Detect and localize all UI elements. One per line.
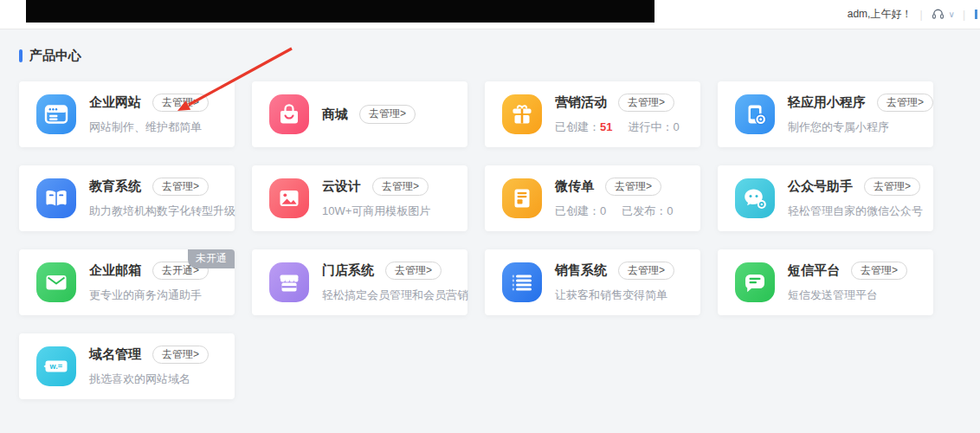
- card-cloud-design[interactable]: 云设计 去管理> 10W+可商用模板图片: [252, 165, 467, 231]
- manage-button[interactable]: 去管理>: [152, 346, 209, 364]
- product-subtitle: 网站制作、维护都简单: [89, 120, 209, 135]
- not-activated-badge: 未开通: [188, 249, 235, 268]
- product-title: 门店系统: [322, 262, 374, 279]
- product-card-grid: 企业网站 去管理> 网站制作、维护都简单 商城 去管理>: [19, 81, 933, 399]
- section-marker: [19, 49, 23, 62]
- manage-button[interactable]: 去管理>: [605, 178, 661, 196]
- product-subtitle: 轻松搞定会员管理和会员营销: [322, 288, 467, 303]
- storefront-icon: [269, 262, 309, 302]
- manage-button[interactable]: 去管理>: [152, 94, 209, 112]
- published-count: 0: [667, 204, 673, 217]
- product-title: 企业网站: [89, 94, 141, 111]
- topbar-divider: |: [919, 9, 922, 21]
- product-stats: 已创建：0已发布：0: [555, 204, 673, 219]
- domain-tag-icon: w.=: [36, 346, 76, 386]
- mini-program-phone-icon: [735, 94, 775, 134]
- manage-button[interactable]: 去管理>: [851, 262, 907, 280]
- clipped-text-fragment: [975, 10, 977, 19]
- card-micro-flyer[interactable]: 微传单 去管理> 已创建：0已发布：0: [485, 165, 700, 231]
- headset-icon: [931, 6, 945, 23]
- manage-button[interactable]: 去管理>: [618, 262, 674, 280]
- product-title: 公众号助手: [788, 178, 853, 195]
- svg-text:w.=: w.=: [49, 362, 62, 371]
- manage-button[interactable]: 去管理>: [877, 94, 933, 112]
- flyer-document-icon: [502, 178, 542, 218]
- product-subtitle: 助力教培机构数字化转型升级: [89, 204, 235, 219]
- gift-icon: [502, 94, 542, 134]
- product-title: 微传单: [555, 178, 594, 195]
- manage-button[interactable]: 去管理>: [372, 178, 429, 196]
- created-count: 51: [600, 120, 612, 133]
- sms-bubble-icon: [735, 262, 775, 302]
- page-title: 产品中心: [29, 48, 81, 64]
- product-title: 企业邮箱: [89, 262, 141, 279]
- card-education[interactable]: 教育系统 去管理> 助力教培机构数字化转型升级: [19, 165, 235, 231]
- topbar-divider: |: [963, 9, 965, 21]
- manage-button[interactable]: 去管理>: [385, 262, 442, 280]
- product-title: 教育系统: [89, 178, 141, 195]
- list-lines-icon: [502, 262, 542, 302]
- product-subtitle: 让获客和销售变得简单: [555, 288, 674, 303]
- card-mini-program[interactable]: 轻应用小程序 去管理> 制作您的专属小程序: [718, 81, 933, 147]
- manage-button[interactable]: 去管理>: [864, 178, 920, 196]
- product-stats: 已创建：51进行中：0: [555, 120, 680, 135]
- product-title: 短信平台: [788, 262, 840, 279]
- product-subtitle: 制作您的专属小程序: [788, 120, 933, 135]
- support-menu[interactable]: ∨: [931, 6, 955, 23]
- product-title: 轻应用小程序: [788, 94, 866, 111]
- chevron-down-icon: ∨: [949, 10, 955, 19]
- product-subtitle: 短信发送管理平台: [788, 288, 907, 303]
- card-domain-management[interactable]: w.= 域名管理 去管理> 挑选喜欢的网站域名: [19, 333, 235, 399]
- card-enterprise-website[interactable]: 企业网站 去管理> 网站制作、维护都简单: [19, 81, 235, 147]
- card-sales-system[interactable]: 销售系统 去管理> 让获客和销售变得简单: [485, 249, 700, 315]
- product-title: 云设计: [322, 178, 361, 195]
- card-marketing[interactable]: 营销活动 去管理> 已创建：51进行中：0: [485, 81, 700, 147]
- card-mall[interactable]: 商城 去管理>: [252, 81, 467, 147]
- website-browser-icon: [36, 94, 76, 134]
- manage-button[interactable]: 去管理>: [618, 94, 674, 112]
- created-count: 0: [600, 204, 606, 217]
- product-subtitle: 轻松管理自家的微信公众号: [788, 204, 923, 219]
- product-title: 域名管理: [89, 346, 141, 363]
- open-book-icon: [36, 178, 76, 218]
- product-title: 营销活动: [555, 94, 607, 111]
- product-center-page: adm,上午好！ | ∨ | 产品中心: [0, 0, 980, 433]
- product-title: 商城: [322, 107, 348, 123]
- envelope-icon: [36, 262, 76, 302]
- manage-button[interactable]: 去管理>: [359, 105, 416, 123]
- product-title: 销售系统: [555, 262, 607, 279]
- product-subtitle: 挑选喜欢的网站域名: [89, 372, 209, 387]
- product-subtitle: 更专业的商务沟通助手: [89, 288, 209, 303]
- picture-icon: [269, 178, 309, 218]
- card-official-account[interactable]: 公众号助手 去管理> 轻松管理自家的微信公众号: [718, 165, 933, 231]
- section-header: 产品中心: [19, 48, 81, 64]
- redacted-logo-bar: [26, 0, 654, 23]
- manage-button[interactable]: 去管理>: [152, 178, 209, 196]
- wechat-assistant-icon: [735, 178, 775, 218]
- shopping-bag-icon: [269, 94, 309, 134]
- card-enterprise-mail[interactable]: 未开通 企业邮箱 去开通> 更专业的商务沟通助手: [19, 249, 235, 315]
- user-greeting: adm,上午好！: [848, 7, 912, 22]
- running-count: 0: [673, 120, 679, 133]
- card-sms-platform[interactable]: 短信平台 去管理> 短信发送管理平台: [718, 249, 933, 315]
- card-store-system[interactable]: 门店系统 去管理> 轻松搞定会员管理和会员营销: [252, 249, 467, 315]
- product-subtitle: 10W+可商用模板图片: [322, 204, 430, 219]
